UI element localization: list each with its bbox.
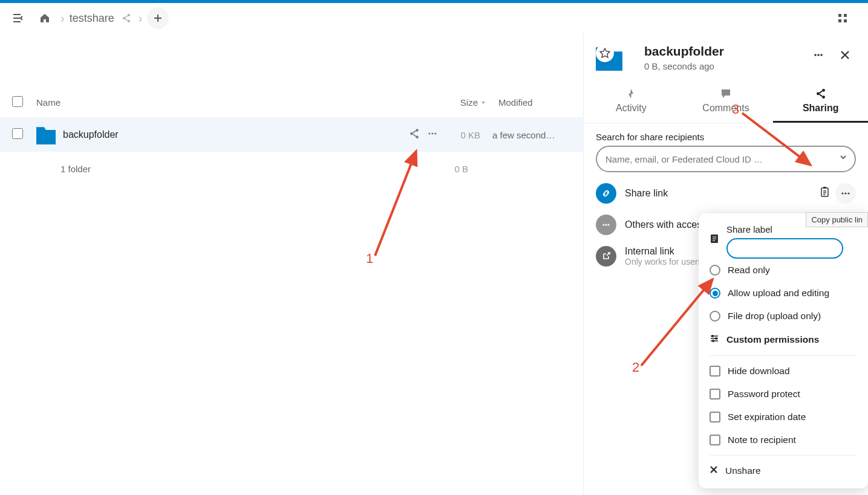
breadcrumb-separator: › [139, 11, 143, 25]
svg-point-21 [841, 192, 843, 194]
svg-rect-5 [838, 19, 841, 22]
share-label-input[interactable] [726, 238, 843, 259]
view-grid-icon[interactable] [832, 7, 853, 29]
popup-divider [710, 355, 857, 356]
internal-link-label: Internal link [625, 246, 711, 257]
table-row[interactable]: backupfolder 0 KB a few second… [0, 118, 583, 152]
checkbox-icon[interactable] [710, 435, 720, 445]
share-icon[interactable] [119, 11, 134, 25]
file-list: Name Size Modified backupfolder 0 KB a f… [0, 33, 584, 495]
details-sidebar: backupfolder 0 B, seconds ago Activity C… [584, 33, 868, 495]
svg-point-8 [410, 132, 413, 135]
svg-point-16 [822, 89, 825, 92]
radio-icon[interactable] [710, 288, 720, 299]
sidebar-tabs: Activity Comments Sharing [584, 81, 868, 123]
home-icon[interactable] [34, 7, 56, 29]
radio-icon[interactable] [710, 265, 720, 276]
svg-point-18 [822, 95, 825, 99]
select-all-checkbox[interactable] [12, 96, 23, 107]
file-modified: a few second… [480, 130, 571, 140]
internal-link-sub: Only works for users w [625, 257, 711, 267]
main-area: Name Size Modified backupfolder 0 KB a f… [0, 33, 868, 495]
permission-file-drop[interactable]: File drop (upload only) [710, 305, 857, 328]
row-share-icon[interactable] [409, 128, 420, 141]
svg-point-11 [431, 132, 433, 134]
svg-point-22 [844, 192, 846, 194]
tab-sharing[interactable]: Sharing [773, 81, 868, 123]
search-recipients-input[interactable] [596, 146, 856, 172]
svg-point-23 [847, 192, 849, 194]
header-bar: › testshare › [0, 3, 868, 33]
option-note[interactable]: Note to recipient [710, 429, 857, 451]
file-size: 0 KB [438, 130, 480, 140]
favorite-star-icon[interactable] [596, 44, 614, 62]
permission-read-only[interactable]: Read only [710, 259, 857, 282]
file-name[interactable]: backupfolder [63, 129, 409, 140]
tab-comments[interactable]: Comments [679, 81, 774, 123]
svg-point-13 [814, 54, 817, 56]
menu-toggle-icon[interactable] [7, 7, 29, 29]
svg-point-7 [416, 129, 419, 132]
radio-icon[interactable] [710, 311, 720, 322]
row-checkbox[interactable] [12, 128, 23, 139]
row-more-icon[interactable] [427, 128, 438, 141]
others-access-label: Others with access [625, 219, 706, 230]
svg-point-2 [128, 20, 130, 22]
add-button[interactable] [147, 7, 169, 29]
sidebar-title: backupfolder [644, 44, 724, 59]
checkbox-icon[interactable] [710, 366, 720, 377]
sidebar-more-icon[interactable] [808, 44, 829, 66]
column-size[interactable]: Size [426, 97, 486, 108]
svg-rect-20 [823, 187, 826, 189]
svg-point-15 [820, 54, 823, 56]
tune-icon [710, 334, 719, 346]
option-expiration[interactable]: Set expiration date [710, 406, 857, 429]
option-hide-download[interactable]: Hide download [710, 360, 857, 383]
chevron-down-icon[interactable] [839, 153, 847, 164]
column-modified[interactable]: Modified [486, 97, 571, 108]
svg-rect-3 [838, 14, 841, 17]
close-icon [710, 465, 718, 476]
svg-point-28 [711, 335, 714, 337]
close-icon[interactable] [834, 44, 856, 66]
more-icon [596, 215, 616, 235]
checkbox-icon[interactable] [710, 389, 720, 400]
svg-point-26 [608, 224, 610, 226]
share-link-item: Share link [596, 183, 856, 204]
custom-permissions[interactable]: Custom permissions [710, 328, 857, 352]
share-settings-popup: Share label Read only Allow upload and e… [699, 213, 868, 488]
external-link-icon [596, 246, 616, 267]
note-icon [710, 234, 719, 246]
svg-point-1 [123, 17, 125, 19]
breadcrumb-separator: › [60, 11, 65, 25]
svg-point-0 [128, 14, 130, 16]
permission-allow-upload[interactable]: Allow upload and editing [710, 282, 857, 305]
folder-icon [36, 125, 56, 144]
svg-point-30 [712, 340, 714, 342]
svg-point-9 [416, 135, 419, 138]
svg-point-29 [715, 337, 717, 340]
svg-point-17 [817, 92, 820, 95]
svg-rect-6 [844, 19, 847, 22]
share-link-label: Share link [625, 188, 668, 199]
copy-link-tooltip: Copy public lin [806, 212, 868, 227]
popup-divider [710, 455, 857, 456]
svg-point-14 [817, 54, 820, 56]
link-icon [596, 183, 616, 204]
list-summary: 1 folder 0 B [0, 152, 583, 186]
svg-rect-4 [844, 14, 847, 17]
svg-point-10 [428, 132, 430, 134]
checkbox-icon[interactable] [710, 412, 720, 422]
summary-size: 0 B [454, 164, 468, 174]
breadcrumb-location[interactable]: testshare [70, 12, 114, 25]
unshare-button[interactable]: Unshare [710, 459, 857, 482]
svg-point-24 [603, 224, 605, 226]
svg-rect-19 [821, 188, 828, 196]
option-password-protect[interactable]: Password protect [710, 383, 857, 406]
svg-point-25 [605, 224, 607, 226]
tab-activity[interactable]: Activity [584, 81, 679, 123]
column-name[interactable]: Name [36, 97, 426, 108]
share-link-more-icon[interactable] [835, 183, 856, 204]
clipboard-icon[interactable] [818, 186, 830, 201]
search-recipients-label: Search for share recipients [596, 132, 856, 142]
